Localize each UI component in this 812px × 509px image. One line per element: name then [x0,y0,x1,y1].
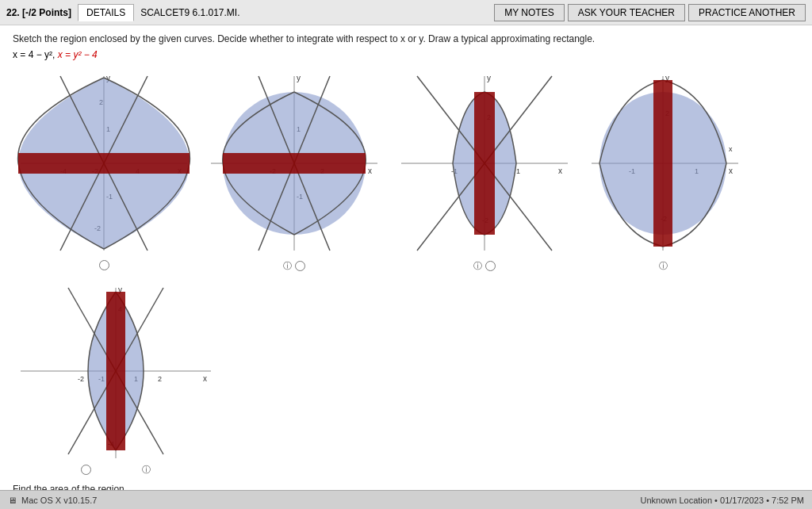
graph-5-radio[interactable] [81,465,91,475]
find-area-label: Find the area of the region. [13,484,799,490]
graph-5-radio-row: ⓘ [81,464,151,476]
graph-5: x y -2 -1 1 2 4 -4 [13,280,219,462]
svg-text:1: 1 [516,167,520,175]
graph-1-radio[interactable] [99,260,109,270]
status-bar: 🖥 Mac OS X v10.15.7 Unknown Location • 0… [0,490,812,509]
my-notes-button[interactable]: MY NOTES [494,4,564,21]
graph-2: x y -2 2 1 -1 [203,68,385,258]
graph-1: x y -2 4 -4 1 -1 2 -2 [13,68,195,258]
status-location-time: Unknown Location • 01/17/2023 • 7:52 PM [641,496,804,505]
practice-another-button[interactable]: PRACTICE ANOTHER [688,4,806,21]
svg-text:x: x [203,374,207,383]
svg-rect-29 [223,153,366,174]
graphs-bottom-row: x y -2 -1 1 2 4 -4 [13,280,799,476]
graph-3: x y -1 1 2 -2 [393,68,576,258]
graph-2-radio[interactable] [295,261,305,271]
svg-text:x: x [729,145,733,153]
graph-2-info-icon[interactable]: ⓘ [283,260,292,272]
ask-teacher-button[interactable]: ASK YOUR TEACHER [568,4,685,21]
graph-5-info-icon[interactable]: ⓘ [142,464,151,476]
top-bar: 22. [-/2 Points] DETAILS SCALCET9 6.1.01… [0,0,812,25]
graph-3-info-icon[interactable]: ⓘ [473,260,482,272]
graph-4: x y -1 1 2 -2 x [584,68,742,258]
graphs-top-row: x y -2 4 -4 1 -1 2 -2 [13,68,799,272]
svg-rect-53 [653,80,672,247]
graph-4-container: x y -1 1 2 -2 x ⓘ [584,68,742,272]
svg-rect-68 [106,292,125,450]
status-datetime: 01/17/2023 • 7:52 PM [720,496,804,505]
graph-3-container: x y -1 1 2 -2 ⓘ [393,68,576,272]
graph-1-radio-row [99,260,109,270]
status-location: Unknown Location [641,496,713,505]
svg-rect-42 [474,92,495,235]
svg-rect-15 [18,153,190,174]
graph-1-container: x y -2 4 -4 1 -1 2 -2 [13,68,195,270]
svg-text:y: y [487,74,491,82]
status-monitor-icon: 🖥 [8,496,17,505]
details-tab[interactable]: DETAILS [78,4,134,21]
problem-instruction: Sketch the region enclosed by the given … [13,33,799,44]
graph-4-info-icon[interactable]: ⓘ [659,260,668,272]
svg-text:y: y [297,74,301,82]
question-label: 22. [-/2 Points] [6,7,71,18]
graph-2-radio-row: ⓘ [283,260,305,272]
status-separator: • [714,496,720,505]
svg-text:x: x [558,166,562,175]
status-os: Mac OS X v10.15.7 [21,496,97,505]
graph-4-radio-row: ⓘ [659,260,668,272]
graph-3-radio-row: ⓘ [473,260,496,272]
svg-text:x: x [729,166,733,175]
content-area: Sketch the region enclosed by the given … [0,25,812,490]
graph-2-container: x y -2 2 1 -1 ⓘ [203,68,385,272]
svg-text:2: 2 [158,375,162,383]
equation-label: x = 4 − y², x = y² − 4 [13,49,799,60]
graph-5-container: x y -2 -1 1 2 4 -4 [13,280,219,476]
scalcet-label: SCALCET9 6.1.017.MI. [140,7,239,18]
svg-text:x: x [368,166,372,175]
graph-3-radio[interactable] [485,261,496,271]
svg-text:-2: -2 [78,375,84,383]
